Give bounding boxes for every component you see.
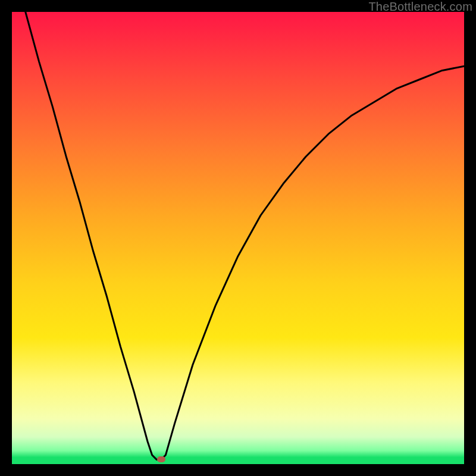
watermark-text: TheBottleneck.com bbox=[368, 0, 472, 14]
chart-frame: TheBottleneck.com bbox=[0, 0, 476, 476]
bottleneck-curve bbox=[12, 12, 464, 464]
optimal-point-marker bbox=[157, 456, 165, 462]
plot-area bbox=[12, 12, 464, 464]
